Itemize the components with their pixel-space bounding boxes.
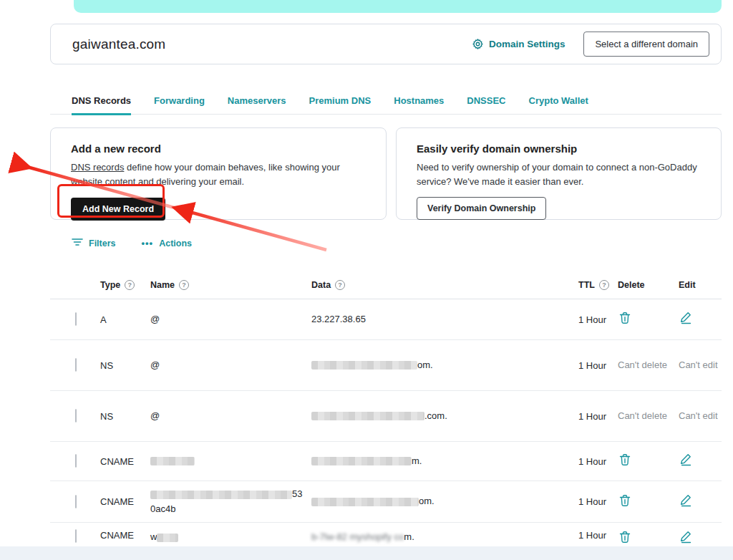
cell-text: w <box>150 531 157 542</box>
cell-text: m. <box>404 531 414 542</box>
table-row: NS@om.1 HourCan't deleteCan't edit <box>50 340 722 391</box>
record-data: m. <box>311 454 578 468</box>
record-type: A <box>100 314 150 325</box>
data-help-icon[interactable]: ? <box>335 280 345 290</box>
record-ttl: 1 Hour <box>578 496 618 507</box>
bottom-strip <box>0 546 733 560</box>
redacted-text <box>150 491 292 499</box>
cant-delete-label: Can't delete <box>618 410 667 421</box>
cant-edit-label: Can't edit <box>679 410 718 421</box>
record-ttl: 1 Hour <box>578 456 618 467</box>
domain-header-card: gaiwantea.com Domain Settings Select a d… <box>50 24 722 64</box>
domain-settings-link[interactable]: Domain Settings <box>472 38 565 50</box>
trash-icon[interactable] <box>618 453 632 467</box>
tab-dnssec[interactable]: DNSSEC <box>467 95 505 113</box>
filter-icon <box>72 237 83 249</box>
table-toolbar: Filters ••• Actions <box>72 237 192 249</box>
record-type: CNAME <box>100 530 150 541</box>
row-checkbox[interactable] <box>75 312 77 326</box>
table-row: CNAMEm.1 Hour <box>50 442 722 481</box>
col-ttl: TTL? <box>578 280 618 290</box>
dns-records-table: Type? Name? Data? TTL? Delete Edit A@23.… <box>50 271 722 546</box>
col-name: Name? <box>150 280 311 290</box>
record-ttl: 1 Hour <box>578 360 618 371</box>
redacted-text <box>311 498 419 506</box>
trash-icon[interactable] <box>618 493 632 508</box>
verify-ownership-title: Easily verify domain ownership <box>417 143 701 155</box>
dns-management-page: gaiwantea.com Domain Settings Select a d… <box>0 0 733 560</box>
tab-nameservers[interactable]: Nameservers <box>228 95 286 113</box>
verify-ownership-description: Need to verify ownership of your domain … <box>417 160 701 188</box>
redacted-text <box>311 457 412 465</box>
tab-premium-dns[interactable]: Premium DNS <box>309 95 372 113</box>
cell-text: om. <box>417 359 433 370</box>
actions-label: Actions <box>159 238 192 248</box>
redacted-text <box>311 361 417 370</box>
name-help-icon[interactable]: ? <box>179 280 189 290</box>
filters-button[interactable]: Filters <box>72 237 116 249</box>
blurred-text: b-7lw-82 myshopify co <box>311 531 404 542</box>
ellipsis-icon: ••• <box>142 238 154 248</box>
record-data: b-7lw-82 myshopify com. <box>311 530 578 544</box>
actions-button[interactable]: ••• Actions <box>142 238 193 248</box>
record-name <box>150 454 311 468</box>
dns-records-link[interactable]: DNS records <box>71 162 124 173</box>
table-row: CNAME530ac4bom.1 Hour <box>50 481 722 523</box>
record-ttl: 1 Hour <box>578 530 618 541</box>
tab-dns-records[interactable]: DNS Records <box>72 95 131 115</box>
select-different-domain-button[interactable]: Select a different domain <box>583 32 709 57</box>
record-data: .com. <box>311 409 578 423</box>
info-cards: Add a new record DNS records define how … <box>50 127 722 220</box>
cant-edit-label: Can't edit <box>679 359 718 370</box>
cell-text: 53 <box>292 488 302 499</box>
cant-delete-label: Can't delete <box>618 359 667 370</box>
cell-text: @ <box>150 359 160 370</box>
tab-hostnames[interactable]: Hostnames <box>394 95 444 113</box>
col-type: Type? <box>100 280 150 290</box>
filters-label: Filters <box>89 238 116 248</box>
row-checkbox[interactable] <box>75 409 77 423</box>
add-record-description: DNS records define how your domain behav… <box>71 160 366 188</box>
edit-pencil-icon[interactable] <box>679 493 693 508</box>
ttl-help-icon[interactable]: ? <box>599 280 609 290</box>
record-ttl: 1 Hour <box>578 411 618 422</box>
record-type: CNAME <box>100 456 150 467</box>
record-data: 23.227.38.65 <box>311 312 578 327</box>
cell-text: 0ac4b <box>150 503 175 514</box>
trash-icon[interactable] <box>618 311 632 325</box>
notification-banner-edge <box>74 0 722 13</box>
row-checkbox[interactable] <box>75 358 77 372</box>
row-checkbox[interactable] <box>75 495 77 508</box>
cell-text: .com. <box>424 410 447 421</box>
record-name: w <box>150 530 311 544</box>
add-new-record-button[interactable]: Add New Record <box>71 198 165 221</box>
record-name: 530ac4b <box>150 487 311 516</box>
redacted-text <box>150 457 195 465</box>
tab-crypto-wallet[interactable]: Crypto Wallet <box>529 95 588 113</box>
redacted-text <box>311 412 424 420</box>
verify-ownership-card: Easily verify domain ownership Need to v… <box>396 127 722 220</box>
edit-pencil-icon[interactable] <box>679 453 693 467</box>
gear-icon <box>472 38 484 50</box>
table-row: NS@.com.1 HourCan't deleteCan't edit <box>50 391 722 442</box>
cell-text: @ <box>150 410 160 421</box>
tab-forwarding[interactable]: Forwarding <box>154 95 205 113</box>
trash-icon[interactable] <box>618 530 632 544</box>
domain-settings-label: Domain Settings <box>489 39 565 49</box>
cell-text: m. <box>412 455 422 466</box>
edit-pencil-icon[interactable] <box>679 530 693 544</box>
row-checkbox[interactable] <box>75 454 77 468</box>
domain-name: gaiwantea.com <box>72 37 165 52</box>
type-help-icon[interactable]: ? <box>125 280 135 290</box>
edit-pencil-icon[interactable] <box>679 311 693 325</box>
record-data: om. <box>311 494 578 508</box>
record-type: CNAME <box>100 496 150 507</box>
record-type: NS <box>100 411 150 422</box>
record-type: NS <box>100 360 150 371</box>
table-row: CNAMEwb-7lw-82 myshopify com.1 Hour <box>50 523 722 546</box>
dns-tabs: DNS Records Forwarding Nameservers Premi… <box>50 95 722 115</box>
add-record-title: Add a new record <box>71 143 366 155</box>
row-checkbox[interactable] <box>75 529 77 543</box>
verify-domain-ownership-button[interactable]: Verify Domain Ownership <box>417 197 546 220</box>
cell-text: om. <box>419 496 435 506</box>
